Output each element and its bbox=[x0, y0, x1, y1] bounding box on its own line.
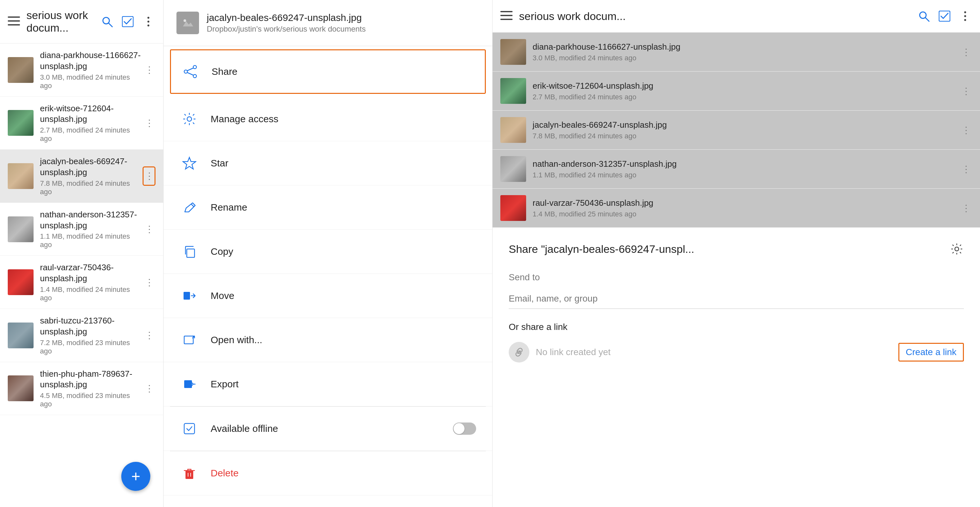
menu-icon[interactable] bbox=[8, 16, 20, 27]
menu-item-delete-label: Delete bbox=[211, 468, 476, 478]
more-vert-dots: ⋮ bbox=[145, 330, 153, 340]
file-more-button[interactable]: ⋮ bbox=[143, 326, 156, 345]
file-more-button[interactable]: ⋮ bbox=[143, 273, 156, 292]
svg-rect-9 bbox=[180, 16, 196, 30]
menu-item-star[interactable]: Star bbox=[164, 141, 492, 186]
svg-point-13 bbox=[184, 70, 188, 73]
gear-icon bbox=[180, 109, 199, 129]
context-file-name: jacalyn-beales-669247-unsplash.jpg bbox=[207, 12, 366, 23]
svg-rect-20 bbox=[187, 249, 194, 257]
menu-item-manage-access-label: Manage access bbox=[211, 113, 476, 124]
menu-item-export[interactable]: Export bbox=[164, 362, 492, 406]
svg-point-17 bbox=[187, 117, 192, 121]
list-item-overlay: diana-parkhouse-1166627-unsplash.jpg 3.0… bbox=[493, 33, 980, 72]
list-item[interactable]: diana-parkhouse-1166627-unsplash.jpg 3.0… bbox=[0, 43, 163, 97]
add-fab-button[interactable]: + bbox=[121, 462, 150, 491]
search-icon-p3[interactable] bbox=[917, 9, 931, 23]
file-meta: 7.8 MB, modified 24 minutes ago bbox=[40, 179, 143, 196]
more-vert-dots: ⋮ bbox=[145, 383, 153, 394]
file-thumbnail bbox=[8, 323, 33, 348]
file-meta: 1.1 MB, modified 24 minutes ago bbox=[40, 232, 143, 249]
panel3-header-icons bbox=[917, 9, 972, 23]
file-more-button[interactable]: ⋮ bbox=[143, 379, 156, 398]
panel1-header-icons bbox=[100, 14, 156, 29]
file-info: sabri-tuzcu-213760-unsplash.jpg 7.2 MB, … bbox=[40, 315, 143, 355]
menu-item-move-label: Move bbox=[211, 290, 476, 301]
menu-item-rename[interactable]: Rename bbox=[164, 186, 492, 230]
context-menu-list: Share Manage access Star bbox=[164, 46, 492, 507]
context-menu-panel: jacalyn-beales-669247-unsplash.jpg Dropb… bbox=[164, 0, 493, 507]
file-more-button[interactable]: ⋮ bbox=[143, 167, 156, 186]
file-name: erik-witsoe-712604-unsplash.jpg bbox=[40, 103, 143, 125]
search-icon[interactable] bbox=[100, 14, 114, 29]
share-settings-icon[interactable] bbox=[950, 242, 964, 256]
add-icon: + bbox=[131, 469, 140, 484]
more-vert-icon[interactable] bbox=[141, 14, 156, 29]
file-more-button[interactable]: ⋮ bbox=[143, 113, 156, 133]
file-name: jacalyn-beales-669247-unsplash.jpg bbox=[40, 156, 143, 178]
export-icon bbox=[180, 374, 199, 394]
file-name: nathan-anderson-312357-unsplash.jpg bbox=[533, 159, 959, 170]
share-icon bbox=[181, 62, 200, 81]
list-item[interactable]: raul-varzar-750436-unsplash.jpg 1.4 MB, … bbox=[0, 256, 163, 309]
menu-item-delete[interactable]: Delete bbox=[164, 451, 492, 495]
menu-item-manage-access[interactable]: Manage access bbox=[164, 97, 492, 141]
file-thumbnail bbox=[500, 195, 526, 221]
more-vert-dots: ⋮ bbox=[145, 65, 153, 75]
file-meta: 3.0 MB, modified 24 minutes ago bbox=[533, 54, 959, 62]
file-thumbnail bbox=[8, 110, 33, 136]
svg-rect-23 bbox=[184, 380, 192, 388]
svg-rect-30 bbox=[500, 15, 512, 16]
menu-item-open-with[interactable]: Open with... bbox=[164, 318, 492, 362]
file-meta: 7.2 MB, modified 23 minutes ago bbox=[40, 339, 143, 355]
context-header: jacalyn-beales-669247-unsplash.jpg Dropb… bbox=[164, 0, 492, 46]
no-link-text: No link created yet bbox=[536, 347, 892, 358]
file-more-button: ⋮ bbox=[959, 159, 972, 179]
send-to-label: Send to bbox=[509, 272, 964, 283]
checkmark-icon[interactable] bbox=[121, 14, 135, 29]
svg-rect-22 bbox=[184, 336, 193, 344]
create-link-button[interactable]: Create a link bbox=[898, 343, 964, 362]
file-thumbnail bbox=[8, 216, 33, 242]
svg-point-11 bbox=[183, 19, 186, 22]
move-icon bbox=[180, 286, 199, 305]
file-list-panel: serious work docum... bbox=[0, 0, 164, 507]
file-more-button: ⋮ bbox=[959, 198, 972, 218]
menu-item-share[interactable]: Share bbox=[170, 49, 486, 94]
menu-item-available-offline[interactable]: Available offline bbox=[164, 407, 492, 451]
open-with-icon bbox=[180, 330, 199, 350]
file-name: raul-varzar-750436-unsplash.jpg bbox=[533, 198, 959, 209]
file-more-button[interactable]: ⋮ bbox=[143, 60, 156, 79]
file-name: nathan-anderson-312357-unsplash.jpg bbox=[40, 209, 143, 231]
file-more-button: ⋮ bbox=[959, 120, 972, 140]
list-item[interactable]: erik-witsoe-712604-unsplash.jpg 2.7 MB, … bbox=[0, 97, 163, 150]
file-thumbnail bbox=[8, 375, 33, 401]
checkmark-icon-p3[interactable] bbox=[937, 9, 951, 23]
file-info: nathan-anderson-312357-unsplash.jpg 1.1 … bbox=[40, 209, 143, 249]
list-item[interactable]: jacalyn-beales-669247-unsplash.jpg 7.8 M… bbox=[0, 149, 163, 203]
more-vert-icon-p3[interactable] bbox=[958, 9, 972, 23]
file-info: erik-witsoe-712604-unsplash.jpg 2.7 MB, … bbox=[40, 103, 143, 143]
list-item[interactable]: nathan-anderson-312357-unsplash.jpg 1.1 … bbox=[0, 203, 163, 256]
menu-item-copy-label: Copy bbox=[211, 246, 476, 257]
file-meta: 7.8 MB, modified 24 minutes ago bbox=[533, 132, 959, 140]
menu-item-open-with-label: Open with... bbox=[211, 334, 476, 345]
svg-point-37 bbox=[964, 19, 966, 21]
copy-icon bbox=[180, 242, 199, 261]
menu-item-copy[interactable]: Copy bbox=[164, 230, 492, 274]
file-more-button[interactable]: ⋮ bbox=[143, 219, 156, 239]
offline-toggle[interactable] bbox=[453, 423, 476, 435]
more-vert-dots: ⋮ bbox=[145, 277, 153, 288]
file-meta: 2.7 MB, modified 24 minutes ago bbox=[533, 93, 959, 101]
list-item[interactable]: sabri-tuzcu-213760-unsplash.jpg 7.2 MB, … bbox=[0, 309, 163, 362]
file-name: diana-parkhouse-1166627-unsplash.jpg bbox=[40, 50, 143, 72]
panel3-title: serious work docum... bbox=[519, 10, 917, 22]
menu-icon-p3[interactable] bbox=[500, 11, 512, 21]
email-input[interactable] bbox=[509, 289, 964, 309]
list-item[interactable]: thien-phu-pham-789637-unsplash.jpg 4.5 M… bbox=[0, 362, 163, 415]
file-meta: 4.5 MB, modified 23 minutes ago bbox=[40, 391, 143, 408]
file-name: jacalyn-beales-669247-unsplash.jpg bbox=[533, 120, 959, 130]
menu-item-move[interactable]: Move bbox=[164, 274, 492, 318]
file-info: diana-parkhouse-1166627-unsplash.jpg 3.0… bbox=[40, 50, 143, 90]
menu-item-star-label: Star bbox=[211, 158, 476, 168]
